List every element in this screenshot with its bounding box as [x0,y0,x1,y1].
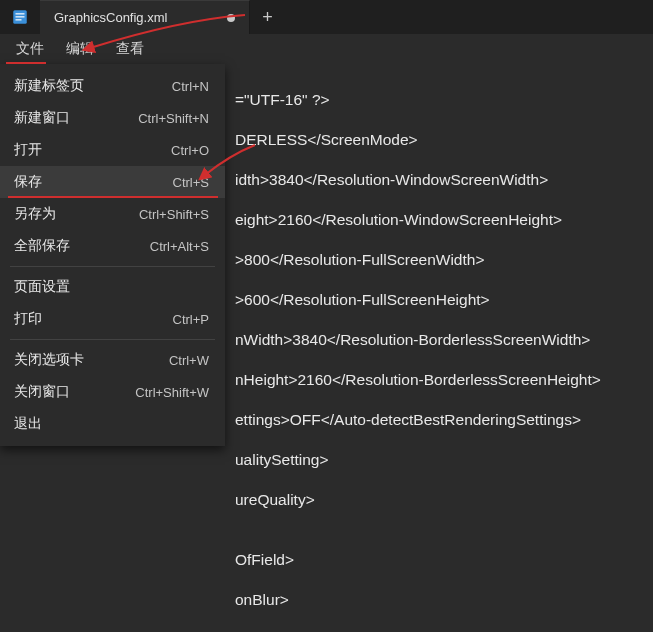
menu-save-as[interactable]: 另存为 Ctrl+Shift+S [0,198,225,230]
menu-shortcut: Ctrl+Shift+N [138,111,209,126]
editor-line: ="UTF-16" ?> [235,90,653,110]
notepad-icon [11,8,29,26]
menu-label: 保存 [14,173,42,191]
editor-line: ualitySetting> [235,450,653,470]
menu-file[interactable]: 文件 [16,40,44,58]
menu-shortcut: Ctrl+O [171,143,209,158]
menu-bar: 文件 编辑 查看 [0,34,653,64]
menu-shortcut: Ctrl+N [172,79,209,94]
menu-shortcut: Ctrl+Shift+W [135,385,209,400]
editor-line: idth>3840</Resolution-WindowScreenWidth> [235,170,653,190]
svg-rect-3 [16,19,22,20]
menu-label: 关闭窗口 [14,383,70,401]
app-icon [0,0,40,34]
editor-line: onBlur> [235,590,653,610]
menu-new-tab[interactable]: 新建标签页 Ctrl+N [0,70,225,102]
svg-rect-1 [16,13,25,14]
menu-shortcut: Ctrl+W [169,353,209,368]
menu-label: 全部保存 [14,237,70,255]
menu-close-tab[interactable]: 关闭选项卡 Ctrl+W [0,344,225,376]
menu-edit[interactable]: 编辑 [66,40,94,58]
menu-exit[interactable]: 退出 [0,408,225,440]
menu-new-window[interactable]: 新建窗口 Ctrl+Shift+N [0,102,225,134]
menu-page-setup[interactable]: 页面设置 [0,271,225,303]
menu-label: 新建标签页 [14,77,84,95]
menu-separator [10,266,215,267]
menu-print[interactable]: 打印 Ctrl+P [0,303,225,335]
tab-active[interactable]: GraphicsConfig.xml [40,0,250,34]
svg-rect-2 [16,16,25,17]
tab-title: GraphicsConfig.xml [54,10,167,25]
menu-label: 退出 [14,415,42,433]
menu-shortcut: Ctrl+Shift+S [139,207,209,222]
menu-close-window[interactable]: 关闭窗口 Ctrl+Shift+W [0,376,225,408]
editor-line: ureQuality> [235,490,653,510]
menu-label: 打开 [14,141,42,159]
tab-dirty-indicator [227,14,235,22]
menu-save-all[interactable]: 全部保存 Ctrl+Alt+S [0,230,225,262]
plus-icon: + [262,7,273,28]
editor-line: DERLESS</ScreenMode> [235,130,653,150]
menu-shortcut: Ctrl+S [173,175,209,190]
editor-line: OfField> [235,550,653,570]
editor-line: >800</Resolution-FullScreenWidth> [235,250,653,270]
menu-view[interactable]: 查看 [116,40,144,58]
menu-shortcut: Ctrl+P [173,312,209,327]
editor-line: nWidth>3840</Resolution-BorderlessScreen… [235,330,653,350]
editor-line: eight>2160</Resolution-WindowScreenHeigh… [235,210,653,230]
menu-label: 页面设置 [14,278,70,296]
editor-line: nHeight>2160</Resolution-BorderlessScree… [235,370,653,390]
menu-label: 新建窗口 [14,109,70,127]
menu-label: 打印 [14,310,42,328]
new-tab-button[interactable]: + [250,0,284,34]
file-dropdown: 新建标签页 Ctrl+N 新建窗口 Ctrl+Shift+N 打开 Ctrl+O… [0,64,225,446]
title-bar: GraphicsConfig.xml + [0,0,653,34]
menu-shortcut: Ctrl+Alt+S [150,239,209,254]
menu-label: 关闭选项卡 [14,351,84,369]
editor-line: ettings>OFF</Auto-detectBestRenderingSet… [235,410,653,430]
menu-open[interactable]: 打开 Ctrl+O [0,134,225,166]
editor-line: >600</Resolution-FullScreenHeight> [235,290,653,310]
menu-save[interactable]: 保存 Ctrl+S [0,166,225,198]
menu-separator [10,339,215,340]
menu-label: 另存为 [14,205,56,223]
